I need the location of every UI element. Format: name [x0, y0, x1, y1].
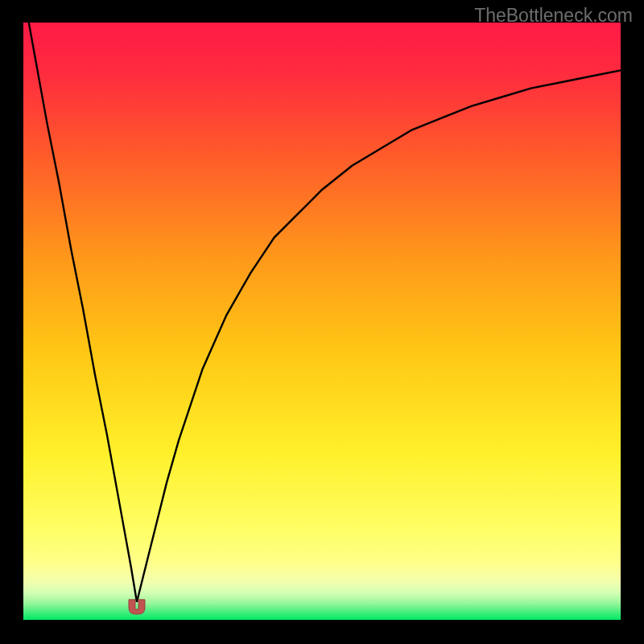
- plot-svg: [23, 23, 621, 620]
- gradient-background: [23, 23, 621, 620]
- chart-frame: TheBottleneck.com: [0, 0, 644, 644]
- watermark-text: TheBottleneck.com: [474, 5, 633, 27]
- plot-area: [23, 23, 621, 620]
